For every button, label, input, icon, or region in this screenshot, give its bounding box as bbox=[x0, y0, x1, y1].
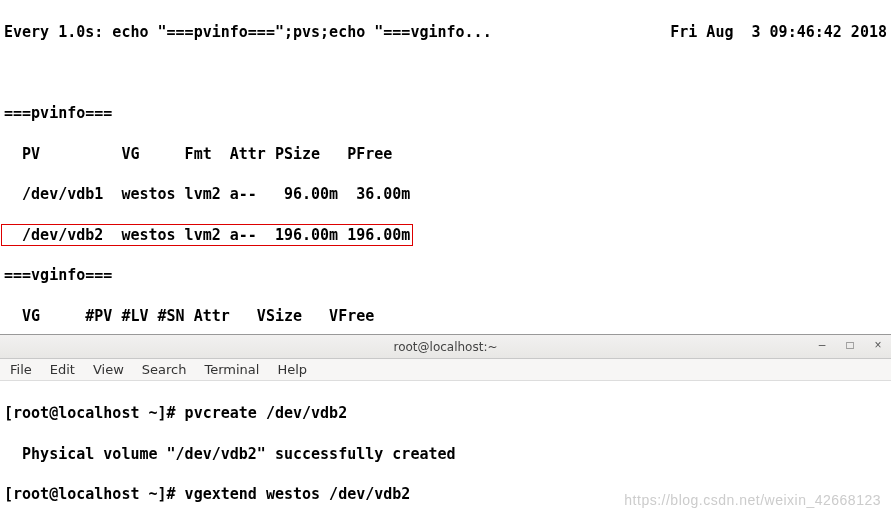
terminal-line: Physical volume "/dev/vdb2" successfully… bbox=[4, 444, 887, 464]
menu-help[interactable]: Help bbox=[277, 362, 307, 377]
window-titlebar[interactable]: root@localhost:~ – □ × bbox=[0, 335, 891, 359]
menu-view[interactable]: View bbox=[93, 362, 124, 377]
window-controls: – □ × bbox=[815, 338, 885, 352]
vg-header: VG #PV #LV #SN Attr VSize VFree bbox=[4, 306, 887, 326]
window-title: root@localhost:~ bbox=[393, 340, 497, 354]
highlight-box: /dev/vdb2 westos lvm2 a-- 196.00m 196.00… bbox=[1, 224, 413, 246]
minimize-button[interactable]: – bbox=[815, 338, 829, 352]
terminal-line: [root@localhost ~]# pvcreate /dev/vdb2 bbox=[4, 403, 887, 423]
vginfo-section: ===vginfo=== bbox=[4, 265, 887, 285]
menu-terminal[interactable]: Terminal bbox=[204, 362, 259, 377]
pvinfo-section: ===pvinfo=== bbox=[4, 103, 887, 123]
terminal-window: root@localhost:~ – □ × File Edit View Se… bbox=[0, 334, 891, 516]
watch-timestamp: Fri Aug 3 09:46:42 2018 bbox=[670, 22, 887, 42]
blank-line bbox=[4, 63, 887, 83]
watermark: https://blog.csdn.net/weixin_42668123 bbox=[624, 492, 881, 508]
menu-edit[interactable]: Edit bbox=[50, 362, 75, 377]
maximize-button[interactable]: □ bbox=[843, 338, 857, 352]
pv-header: PV VG Fmt Attr PSize PFree bbox=[4, 144, 887, 164]
watch-header: Every 1.0s: echo "===pvinfo===";pvs;echo… bbox=[4, 22, 887, 42]
menu-search[interactable]: Search bbox=[142, 362, 187, 377]
pv-row-highlighted: /dev/vdb2 westos lvm2 a-- 196.00m 196.00… bbox=[4, 225, 887, 245]
watch-cmd: Every 1.0s: echo "===pvinfo===";pvs;echo… bbox=[4, 22, 492, 42]
menu-file[interactable]: File bbox=[10, 362, 32, 377]
pv-row-text: /dev/vdb2 westos lvm2 a-- 196.00m 196.00… bbox=[4, 226, 410, 244]
menubar: File Edit View Search Terminal Help bbox=[0, 359, 891, 381]
pv-row: /dev/vdb1 westos lvm2 a-- 96.00m 36.00m bbox=[4, 184, 887, 204]
close-button[interactable]: × bbox=[871, 338, 885, 352]
